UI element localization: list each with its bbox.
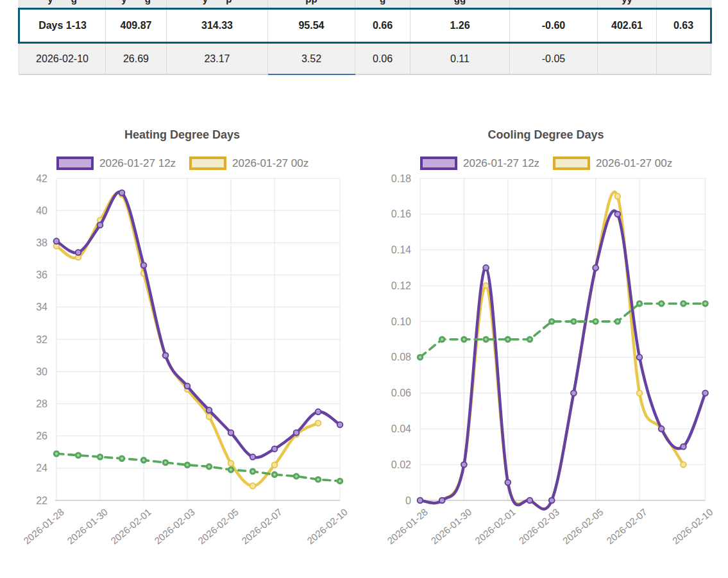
value-cell: 26.69 (106, 43, 167, 75)
value-cell: 402.61 (598, 9, 657, 43)
x-axis-tick-label: 2026-02-07 (604, 506, 649, 546)
x-axis-tick-label: 2026-02-10 (305, 506, 350, 546)
x-axis-tick-label: 2026-01-30 (65, 506, 110, 546)
table-header-cell: y g (19, 0, 106, 9)
series-line-green-dashed (420, 303, 706, 357)
x-axis-tick-label: 2026-01-28 (21, 506, 66, 546)
value-cell: 23.17 (167, 43, 268, 75)
table-header-cell: g (355, 0, 411, 9)
table-header-cell: y p (167, 0, 268, 9)
y-axis-tick-label: 38 (36, 237, 47, 248)
table-header-cell (510, 0, 598, 9)
y-axis-tick-label: 42 (36, 173, 47, 184)
y-axis-tick-label: 0.08 (391, 352, 411, 362)
y-axis-tick-label: 0 (405, 495, 411, 506)
y-axis-tick-label: 28 (36, 398, 47, 409)
value-cell: 0.66 (355, 9, 411, 43)
y-axis-tick-label: 0.06 (391, 387, 411, 398)
x-axis-tick-label: 2026-02-03 (152, 506, 197, 546)
table-header-cell: gg (411, 0, 510, 9)
y-axis-tick-label: 22 (36, 495, 47, 506)
y-axis-tick-label: 0.02 (391, 459, 411, 470)
x-axis-tick-label: 2026-02-07 (239, 506, 284, 546)
cooling-chart: Cooling Degree Days 2026-01-27 12z 2026-… (382, 122, 728, 577)
value-cell (598, 43, 657, 75)
value-cell: -0.60 (510, 9, 598, 43)
heating-chart: Heating Degree Days 2026-01-27 12z 2026-… (18, 122, 364, 577)
row-label-cell: Days 1-13 (19, 9, 106, 43)
y-axis-tick-label: 32 (36, 334, 47, 345)
y-axis-tick-label: 30 (36, 366, 47, 377)
y-axis-tick-label: 36 (36, 269, 47, 280)
series-line-2026-01-27 12z (56, 192, 340, 457)
table-header-cell: pp (268, 0, 355, 9)
table-header-cell: yy (598, 0, 657, 9)
y-axis-tick-label: 0.04 (391, 423, 411, 434)
y-axis-tick-label: 0.18 (391, 173, 411, 184)
clipped-header-text: y p (167, 0, 267, 4)
value-cell (657, 43, 711, 75)
page: y gy gy pppgggyy Days 1-13409.87314.3395… (0, 0, 728, 578)
x-axis-tick-label: 2026-02-05 (561, 506, 605, 546)
chart-canvas: 0.180.160.140.120.100.080.060.040.020202… (382, 122, 728, 577)
clipped-header-text: gg (411, 0, 509, 4)
value-cell: 314.33 (167, 9, 268, 43)
value-cell: 3.52 (268, 43, 355, 75)
table-header-cell: y g (106, 0, 167, 9)
y-axis-tick-label: 24 (36, 463, 47, 473)
table-header-row: y gy gy pppgggyy (19, 0, 711, 9)
y-axis-tick-label: 0.14 (391, 244, 411, 255)
y-axis-tick-label: 0.12 (391, 280, 411, 291)
clipped-header-text: g (355, 0, 410, 4)
table-row: Days 1-13409.87314.3395.540.661.26-0.604… (19, 9, 711, 43)
table-header-cell (657, 0, 711, 9)
x-axis-tick-label: 2026-01-28 (385, 506, 430, 546)
y-axis-tick-label: 26 (36, 430, 47, 441)
y-axis-tick-label: 34 (36, 302, 47, 312)
clipped-header-text: y g (19, 0, 105, 4)
clipped-header-text: yy (598, 0, 656, 4)
clipped-header-text: pp (268, 0, 355, 4)
row-label-cell: 2026-02-10 (19, 43, 106, 75)
y-axis-tick-label: 0.16 (391, 208, 411, 219)
y-axis-tick-label: 40 (36, 205, 47, 216)
value-cell: -0.05 (510, 43, 598, 75)
value-cell: 1.26 (411, 9, 510, 43)
chart-canvas: 42403836343230282624222026-01-282026-01-… (18, 122, 364, 577)
value-cell: 409.87 (106, 9, 167, 43)
x-axis-tick-label: 2026-02-03 (516, 506, 561, 546)
value-cell: 95.54 (268, 9, 355, 43)
degree-days-table: y gy gy pppgggyy Days 1-13409.87314.3395… (18, 0, 712, 75)
x-axis-tick-label: 2026-02-05 (196, 506, 241, 546)
value-cell: 0.63 (657, 9, 711, 43)
value-cell: 0.06 (355, 43, 411, 75)
value-cell: 0.11 (411, 43, 510, 75)
x-axis-tick-label: 2026-02-10 (670, 506, 715, 546)
table-row: 2026-02-1026.6923.173.520.060.11-0.05 (19, 43, 711, 75)
x-axis-tick-label: 2026-02-01 (473, 506, 518, 546)
y-axis-tick-label: 0.10 (391, 316, 411, 327)
x-axis-tick-label: 2026-02-01 (108, 506, 153, 546)
x-axis-tick-label: 2026-01-30 (429, 506, 474, 546)
clipped-header-text: y g (106, 0, 166, 4)
